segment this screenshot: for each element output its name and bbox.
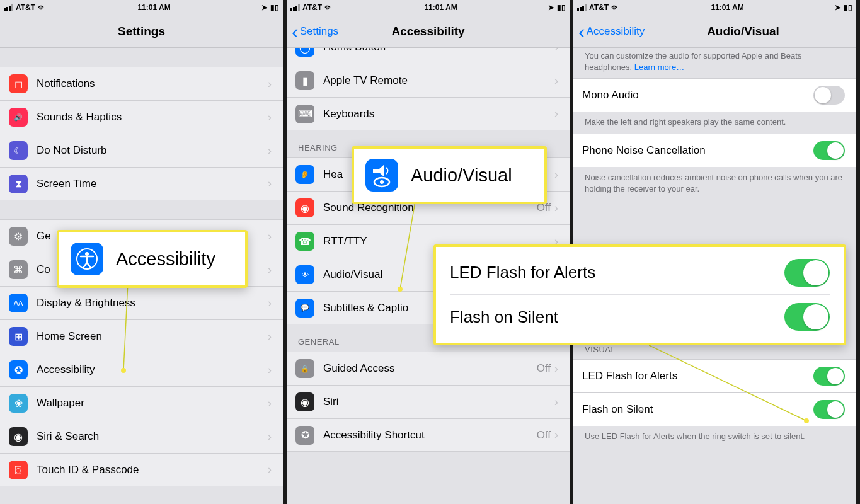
accessibility-icon: ✪ [9, 360, 28, 379]
callout-label: Accessibility [116, 249, 215, 270]
statusbar: AT&T ᯤ 11:01 AM ➤▮▯ [0, 0, 283, 15]
wallpaper-icon: ❀ [9, 394, 28, 413]
location-icon: ➤ [261, 3, 268, 12]
callout-audio-visual: Audio/Visual [352, 146, 547, 204]
co-icon: ⌘ [9, 260, 28, 279]
mono-label: Mono Audio [582, 89, 813, 101]
chevron-icon: › [554, 428, 558, 442]
svg-point-1 [85, 252, 89, 256]
chevron-icon: › [268, 430, 272, 444]
chevron-icon: › [268, 111, 272, 124]
mono-toggle[interactable] [813, 86, 845, 105]
row-label: Sounds & Haptics [37, 111, 268, 123]
location-icon: ➤ [548, 3, 554, 12]
row-apple-tv-remote[interactable]: ▮Apple TV Remote› [287, 64, 570, 97]
home-screen-icon: ⊞ [9, 327, 28, 346]
row-notifications[interactable]: ◻Notifications› [0, 67, 283, 100]
svg-point-5 [380, 180, 384, 184]
row-noise-cancel[interactable]: Phone Noise Cancellation [573, 134, 856, 167]
row-screen-time[interactable]: ⧗Screen Time› [0, 167, 283, 200]
accessibility-icon [71, 243, 103, 275]
row-label: Screen Time [37, 178, 268, 190]
location-icon: ➤ [835, 3, 841, 12]
row-label: Notifications [37, 77, 268, 90]
row-flash-silent[interactable]: Flash on Silent [573, 392, 856, 426]
clock: 11:01 AM [137, 3, 170, 12]
callout-silent-toggle[interactable] [784, 303, 830, 331]
row-label: Accessibility Shortcut [323, 429, 537, 442]
audio-visual-icon [365, 159, 398, 192]
row-sounds-haptics[interactable]: 🔊Sounds & Haptics› [0, 100, 283, 134]
chevron-icon: › [268, 144, 272, 158]
chevron-icon: › [268, 263, 272, 277]
callout-led-toggle[interactable] [784, 259, 830, 287]
row-siri-search[interactable]: ◉Siri & Search› [0, 420, 283, 453]
guided-access-icon: 🔒 [295, 359, 314, 378]
page-title: Settings [0, 25, 283, 38]
row-label: Wallpaper [37, 397, 268, 410]
row-guided-access[interactable]: 🔒Guided AccessOff› [287, 352, 570, 385]
phone-settings: AT&T ᯤ 11:01 AM ➤▮▯ Settings ◻Notificati… [0, 0, 287, 504]
display-brightness-icon: AA [9, 294, 28, 312]
row-label: Home Button [323, 48, 554, 54]
notifications-icon: ◻ [9, 74, 28, 93]
back-button[interactable]: Accessibility [578, 21, 645, 42]
chevron-icon: › [268, 230, 272, 243]
chevron-icon: › [554, 107, 558, 120]
row-display-brightness[interactable]: AADisplay & Brightness› [0, 286, 283, 319]
row-keyboards[interactable]: ⌨Keyboards› [287, 97, 570, 130]
siri-icon: ◉ [295, 392, 314, 411]
screen-time-icon: ⧗ [9, 175, 28, 193]
row-label: Siri & Search [37, 430, 268, 443]
chevron-icon: › [268, 77, 272, 91]
accessibility-shortcut-icon: ✪ [295, 426, 314, 445]
row-label: Keyboards [323, 108, 554, 120]
row-label: Display & Brightness [37, 297, 268, 309]
rtt-tty-icon: ☎ [295, 232, 314, 251]
row-mono-audio[interactable]: Mono Audio [573, 78, 856, 112]
led-toggle[interactable] [813, 367, 845, 386]
row-label: Accessibility [37, 364, 268, 376]
row-accessibility[interactable]: ✪Accessibility› [0, 353, 283, 386]
ge-icon: ⚙ [9, 227, 28, 246]
chevron-icon: › [554, 396, 558, 409]
noise-toggle[interactable] [813, 141, 845, 160]
row-led-flash[interactable]: LED Flash for Alerts [573, 359, 856, 392]
chevron-icon: › [268, 364, 272, 377]
chevron-icon: › [554, 202, 558, 215]
silent-note: Use LED Flash for Alerts when the ring s… [573, 426, 856, 447]
row-accessibility-shortcut[interactable]: ✪Accessibility ShortcutOff› [287, 418, 570, 452]
row-do-not-disturb[interactable]: ☾Do Not Disturb› [0, 134, 283, 167]
callout-led-label: LED Flash for Alerts [450, 263, 595, 282]
row-label: Home Screen [37, 330, 268, 343]
signal-icon [4, 4, 13, 11]
touch-id-passcode-icon: ⌼ [9, 461, 28, 479]
row-home-screen[interactable]: ⊞Home Screen› [0, 319, 283, 353]
row-wallpaper[interactable]: ❀Wallpaper› [0, 386, 283, 420]
chevron-icon: › [554, 168, 558, 181]
chevron-icon: › [268, 463, 272, 476]
chevron-icon: › [554, 74, 558, 88]
callout-accessibility: Accessibility [57, 230, 248, 288]
chevron-icon: › [554, 48, 558, 54]
row-label: Siri [323, 396, 554, 408]
keyboards-icon: ⌨ [295, 105, 314, 123]
learn-more-link[interactable]: Learn more… [634, 62, 684, 72]
chevron-icon: › [268, 330, 272, 343]
row-siri[interactable]: ◉Siri› [287, 385, 570, 418]
row-touch-id-passcode[interactable]: ⌼Touch ID & Passcode› [0, 453, 283, 486]
row-label: Guided Access [323, 362, 537, 375]
sound-recognition-icon: ◉ [295, 198, 314, 217]
signal-icon [577, 4, 587, 11]
battery-icon: ▮▯ [557, 3, 566, 12]
clock: 11:01 AM [424, 3, 457, 12]
apple-tv-remote-icon: ▮ [295, 71, 314, 90]
row-home-button[interactable]: ◯Home Button› [287, 48, 570, 64]
callout-led-flash: LED Flash for Alerts Flash on Silent [433, 244, 846, 345]
signal-icon [290, 4, 300, 11]
silent-toggle[interactable] [813, 400, 845, 419]
mono-note: Make the left and right speakers play th… [573, 112, 856, 133]
back-button[interactable]: Settings [292, 21, 338, 42]
chevron-icon: › [268, 397, 272, 410]
navbar: Settings [0, 15, 283, 48]
